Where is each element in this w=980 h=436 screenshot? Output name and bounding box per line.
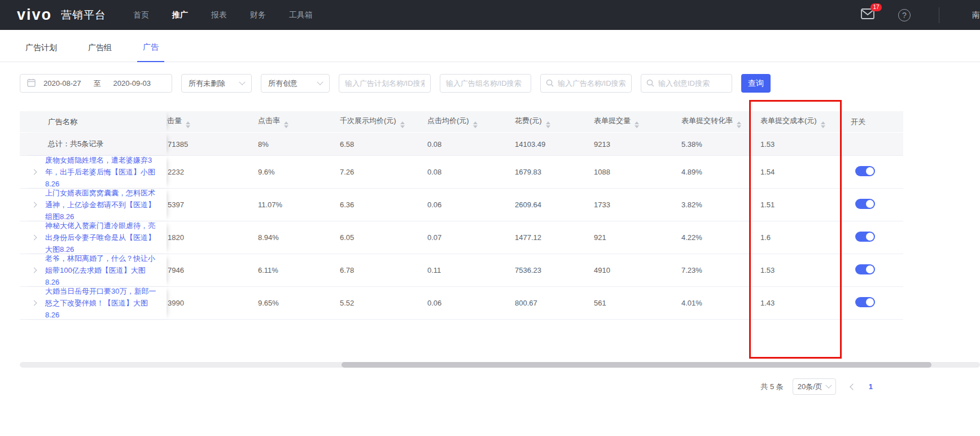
clicks-cell: 3990 (167, 299, 251, 307)
cost-cell: 800.67 (508, 299, 587, 307)
cost-cell: 7536.23 (508, 266, 587, 274)
form-rate-cell: 7.23% (675, 266, 754, 274)
nav-item-toolbox[interactable]: 工具箱 (289, 10, 313, 20)
switch-toggle[interactable] (855, 199, 875, 209)
form-rate-cell: 3.82% (675, 200, 754, 209)
form-cost-cell: 1.6 (754, 233, 844, 242)
switch-toggle[interactable] (855, 166, 875, 176)
ctr-cell: 11.07% (251, 200, 333, 209)
nav-item-reports[interactable]: 报表 (211, 10, 227, 20)
summary-cost: 14103.49 (508, 140, 587, 149)
group-search-input[interactable] (440, 74, 531, 93)
ctr-cell: 6.11% (251, 266, 333, 274)
mail-icon[interactable]: 17 (861, 8, 874, 21)
expand-chevron-icon[interactable] (32, 300, 37, 306)
summary-row: 总计：共5条记录 71385 8% 6.58 0.08 14103.49 921… (20, 133, 903, 156)
nav-item-finance[interactable]: 财务 (250, 10, 266, 20)
forms-cell: 1733 (587, 200, 675, 209)
cpc-cell: 0.06 (421, 200, 508, 209)
date-end-value[interactable]: 2020-09-03 (113, 79, 151, 88)
search-icon (646, 79, 654, 89)
expand-chevron-icon[interactable] (32, 268, 37, 273)
sort-icon[interactable] (821, 121, 825, 128)
ctr-header: 点击率 (251, 116, 333, 128)
horizontal-scrollbar-thumb[interactable] (342, 362, 931, 368)
cost-cell: 1477.12 (508, 233, 587, 242)
form-cost-header: 表单提交成本(元) (754, 116, 844, 128)
form-rate-cell: 4.22% (675, 233, 754, 242)
clicks-cell: 5397 (167, 200, 251, 209)
delete-status-select[interactable]: 所有未删除 (181, 74, 252, 93)
ad-name-link[interactable]: 大婚当日岳母开口要30万，新郎一怒之下改娶伴娘！【医道】大图8.26 (45, 285, 158, 321)
main-nav: 首页 推广 报表 财务 工具箱 (133, 10, 313, 20)
ads-table: 广告名称 点击量 点击率 千次展示均价(元) 点击均价(元) 花费(元) 表单提… (20, 111, 903, 320)
ad-name-link[interactable]: 老爷，林阳离婚了，什么？快让小姐带100亿去求婚【医道】大图8.26 (45, 252, 158, 288)
tab-ad[interactable]: 广告 (137, 42, 164, 62)
ctr-cell: 9.65% (251, 299, 333, 307)
cpm-cell: 6.05 (333, 233, 421, 242)
pagination-bar: 共 5 条 20条/页 1 (760, 378, 873, 395)
nav-item-promotion[interactable]: 推广 (172, 10, 188, 20)
expand-chevron-icon[interactable] (32, 235, 37, 241)
current-page-number[interactable]: 1 (869, 382, 873, 391)
form-cost-cell: 1.43 (754, 299, 844, 307)
ad-name-cell: 废物女婿隐姓埋名，遭老婆嫌弃3年，出手后老婆后悔【医道】小图8.26 (20, 156, 167, 188)
tab-ad-plan[interactable]: 广告计划 (20, 43, 63, 62)
date-separator: 至 (94, 79, 101, 89)
sort-icon[interactable] (737, 121, 741, 128)
form-rate-cell: 4.89% (675, 168, 754, 176)
help-icon[interactable]: ? (898, 9, 911, 21)
ad-name-link[interactable]: 神秘大佬入赘豪门遭冷眼虐待，亮出身份后令妻子唯命是从【医道】大图8.26 (45, 220, 158, 255)
form-rate-header: 表单提交转化率 (675, 116, 754, 128)
summary-ctr: 8% (251, 140, 333, 149)
ad-name-link[interactable]: 废物女婿隐姓埋名，遭老婆嫌弃3年，出手后老婆后悔【医道】小图8.26 (45, 154, 158, 190)
filter-bar: 2020-08-27 至 2020-09-03 所有未删除 所有创意 查询 (20, 74, 980, 93)
forms-cell: 4910 (587, 266, 675, 274)
sort-icon[interactable] (400, 121, 405, 128)
expand-chevron-icon[interactable] (32, 202, 37, 208)
nav-item-home[interactable]: 首页 (133, 10, 149, 20)
prev-page-icon[interactable] (850, 383, 856, 390)
top-navbar: vivo 营销平台 首页 推广 报表 财务 工具箱 17 ? 南 (0, 0, 980, 30)
delete-status-value: 所有未删除 (189, 79, 225, 89)
page-size-select[interactable]: 20条/页 (793, 378, 836, 395)
clicks-cell: 1820 (167, 233, 251, 242)
creative-search-input[interactable] (641, 74, 732, 93)
date-start-value[interactable]: 2020-08-27 (43, 79, 81, 88)
switch-toggle[interactable] (855, 297, 875, 307)
cpm-cell: 6.78 (333, 266, 421, 274)
sort-icon[interactable] (546, 121, 550, 128)
creative-type-select[interactable]: 所有创意 (261, 74, 330, 93)
switch-cell (844, 199, 903, 211)
tab-ad-group[interactable]: 广告组 (82, 43, 117, 62)
ctr-cell: 8.94% (251, 233, 333, 242)
sort-icon[interactable] (186, 121, 190, 128)
clicks-cell: 2232 (167, 168, 251, 176)
sort-icon[interactable] (284, 121, 288, 128)
horizontal-scrollbar-track[interactable] (20, 362, 980, 368)
summary-forms: 9213 (587, 140, 675, 149)
ad-name-link[interactable]: 上门女婿表面窝窝囊囊，怎料医术通神，上亿诊金都请不到【医道】组图8.26 (45, 187, 158, 223)
cost-cell: 1679.83 (508, 168, 587, 176)
ad-name-header-cell: 广告名称 (20, 111, 167, 132)
ad-search-input[interactable] (540, 74, 632, 93)
switch-cell (844, 264, 903, 276)
cpm-header: 千次展示均价(元) (333, 116, 421, 128)
cpc-cell: 0.06 (421, 299, 508, 307)
ctr-cell: 9.6% (251, 168, 333, 176)
cpm-cell: 5.52 (333, 299, 421, 307)
sort-icon[interactable] (635, 121, 639, 128)
plan-search-input[interactable] (339, 74, 431, 93)
switch-cell (844, 297, 903, 309)
sort-icon[interactable] (473, 121, 478, 128)
cpc-cell: 0.11 (421, 266, 508, 274)
user-name-partial[interactable]: 南 (972, 10, 980, 20)
expand-chevron-icon[interactable] (32, 169, 37, 175)
form-cost-cell: 1.53 (754, 266, 844, 274)
chevron-down-icon (825, 382, 832, 388)
date-range-picker[interactable]: 2020-08-27 至 2020-09-03 (20, 74, 172, 93)
query-button[interactable]: 查询 (741, 74, 771, 93)
switch-toggle[interactable] (855, 232, 875, 242)
switch-toggle[interactable] (855, 264, 875, 274)
table-row: 废物女婿隐姓埋名，遭老婆嫌弃3年，出手后老婆后悔【医道】小图8.26 2232 … (20, 156, 903, 189)
